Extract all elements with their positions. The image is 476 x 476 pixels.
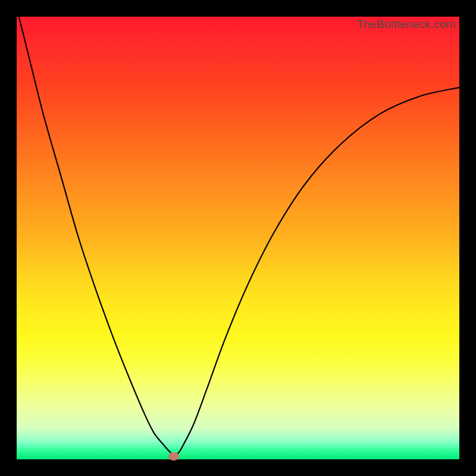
chart-frame: TheBottleneck.com	[0, 0, 476, 476]
plot-area: TheBottleneck.com	[17, 17, 459, 459]
optimal-point-marker	[168, 452, 179, 461]
bottleneck-curve	[17, 17, 459, 459]
